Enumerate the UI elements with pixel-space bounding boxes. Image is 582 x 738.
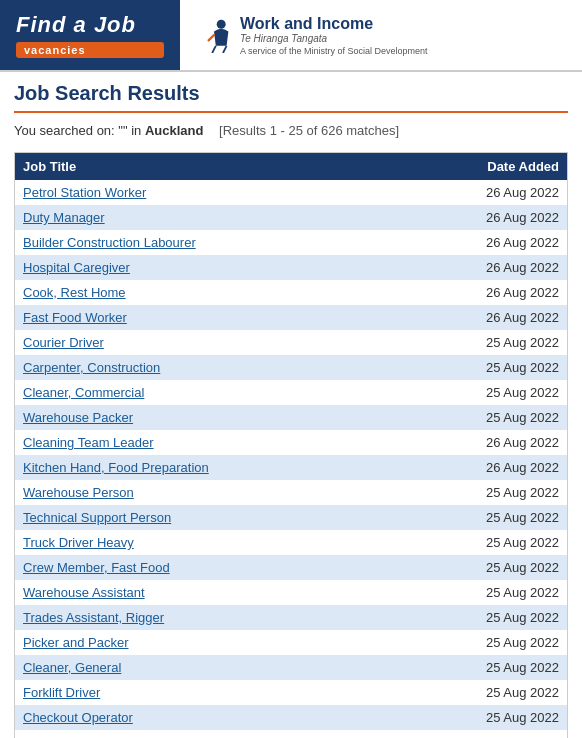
job-title-cell: Cook, Rest Home [15,280,398,305]
date-added-cell: 26 Aug 2022 [398,205,568,230]
job-title-link[interactable]: Cleaner, Commercial [23,385,144,400]
job-title-link[interactable]: Builder Construction Labourer [23,235,196,250]
date-added-cell: 25 Aug 2022 [398,605,568,630]
search-label: You searched on: [14,123,118,138]
job-title-cell: Fast Food Worker [15,305,398,330]
date-added-cell: 26 Aug 2022 [398,230,568,255]
job-title-link[interactable]: Kitchen Hand, Food Preparation [23,460,209,475]
job-title-cell: Warehouse Packer [15,405,398,430]
table-row: Builder Construction Labourer26 Aug 2022 [15,230,568,255]
date-added-cell: 26 Aug 2022 [398,455,568,480]
table-row: Truck Driver Heavy25 Aug 2022 [15,530,568,555]
table-row: Trades Assistant, Rigger25 Aug 2022 [15,605,568,630]
job-title-link[interactable]: Duty Manager [23,210,105,225]
job-title-link[interactable]: Technical Support Person [23,510,171,525]
col-date-added: Date Added [398,153,568,181]
job-title-link[interactable]: Warehouse Assistant [23,585,145,600]
job-title-link[interactable]: Petrol Station Worker [23,185,146,200]
job-title-link[interactable]: Trades Assistant, Rigger [23,610,164,625]
job-title-cell: Trades Assistant, Rigger [15,605,398,630]
search-query: "" [118,123,127,138]
job-title-cell: Warehouse Assistant [15,580,398,605]
job-title-cell: Courier Driver [15,330,398,355]
logo-title: Work and Income [240,14,428,33]
table-row: Hospital Caregiver26 Aug 2022 [15,255,568,280]
job-title-cell: Cleaning Team Leader [15,430,398,455]
main-content: Job Search Results You searched on: "" i… [0,72,582,738]
job-title-cell: Picker and Packer [15,630,398,655]
job-title-link[interactable]: Crew Member, Fast Food [23,560,170,575]
table-row: Checkout Operator25 Aug 2022 [15,705,568,730]
date-added-cell: 26 Aug 2022 [398,280,568,305]
search-info: You searched on: "" in Auckland [Results… [14,119,568,142]
ministry-text: A service of the Ministry of Social Deve… [240,46,428,56]
col-job-title: Job Title [15,153,398,181]
job-title-cell: Builder Construction Labourer [15,230,398,255]
table-row: Cook25 Aug 2022 [15,730,568,738]
job-title-cell: Cleaner, Commercial [15,380,398,405]
table-row: Warehouse Assistant25 Aug 2022 [15,580,568,605]
date-added-cell: 25 Aug 2022 [398,380,568,405]
date-added-cell: 26 Aug 2022 [398,180,568,205]
date-added-cell: 25 Aug 2022 [398,405,568,430]
job-title-link[interactable]: Cook, Rest Home [23,285,126,300]
logo-text: Work and Income Te Hiranga Tangata A ser… [240,14,428,56]
job-title-link[interactable]: Warehouse Person [23,485,134,500]
table-row: Warehouse Packer25 Aug 2022 [15,405,568,430]
search-location: Auckland [145,123,204,138]
work-income-logo: Work and Income Te Hiranga Tangata A ser… [196,14,566,56]
brand-block: Find a Job vacancies [0,0,180,70]
table-row: Technical Support Person25 Aug 2022 [15,505,568,530]
table-row: Warehouse Person25 Aug 2022 [15,480,568,505]
job-title-link[interactable]: Checkout Operator [23,710,133,725]
vacancies-badge: vacancies [16,42,164,58]
job-title-cell: Warehouse Person [15,480,398,505]
date-added-cell: 25 Aug 2022 [398,505,568,530]
date-added-cell: 25 Aug 2022 [398,680,568,705]
table-row: Cleaning Team Leader26 Aug 2022 [15,430,568,455]
job-title-cell: Crew Member, Fast Food [15,555,398,580]
table-row: Duty Manager26 Aug 2022 [15,205,568,230]
table-row: Cleaner, General25 Aug 2022 [15,655,568,680]
date-added-cell: 25 Aug 2022 [398,480,568,505]
date-added-cell: 25 Aug 2022 [398,630,568,655]
date-added-cell: 25 Aug 2022 [398,705,568,730]
job-title-cell: Duty Manager [15,205,398,230]
date-added-cell: 25 Aug 2022 [398,580,568,605]
site-header: Find a Job vacancies Work and Income Te … [0,0,582,72]
table-row: Cook, Rest Home26 Aug 2022 [15,280,568,305]
logo-subtitle: Te Hiranga Tangata [240,33,428,44]
date-added-cell: 25 Aug 2022 [398,330,568,355]
table-row: Picker and Packer25 Aug 2022 [15,630,568,655]
date-added-cell: 26 Aug 2022 [398,305,568,330]
results-count: [Results 1 - 25 of 626 matches] [219,123,399,138]
table-header-row: Job Title Date Added [15,153,568,181]
table-row: Cleaner, Commercial25 Aug 2022 [15,380,568,405]
table-row: Forklift Driver25 Aug 2022 [15,680,568,705]
job-title-cell: Technical Support Person [15,505,398,530]
job-title-link[interactable]: Warehouse Packer [23,410,133,425]
results-table: Job Title Date Added Petrol Station Work… [14,152,568,738]
date-added-cell: 25 Aug 2022 [398,730,568,738]
brand-title: Find a Job [16,12,164,38]
job-title-cell: Forklift Driver [15,680,398,705]
job-title-link[interactable]: Cleaner, General [23,660,121,675]
work-income-icon [196,17,232,53]
job-title-link[interactable]: Fast Food Worker [23,310,127,325]
job-title-link[interactable]: Courier Driver [23,335,104,350]
job-title-cell: Cleaner, General [15,655,398,680]
date-added-cell: 26 Aug 2022 [398,430,568,455]
job-title-cell: Checkout Operator [15,705,398,730]
job-title-link[interactable]: Hospital Caregiver [23,260,130,275]
table-row: Crew Member, Fast Food25 Aug 2022 [15,555,568,580]
job-title-link[interactable]: Truck Driver Heavy [23,535,134,550]
job-title-link[interactable]: Picker and Packer [23,635,129,650]
job-title-link[interactable]: Carpenter, Construction [23,360,160,375]
search-in-label: in [131,123,145,138]
date-added-cell: 26 Aug 2022 [398,255,568,280]
table-row: Fast Food Worker26 Aug 2022 [15,305,568,330]
job-title-link[interactable]: Cleaning Team Leader [23,435,154,450]
job-title-link[interactable]: Forklift Driver [23,685,100,700]
job-title-cell: Kitchen Hand, Food Preparation [15,455,398,480]
date-added-cell: 25 Aug 2022 [398,655,568,680]
